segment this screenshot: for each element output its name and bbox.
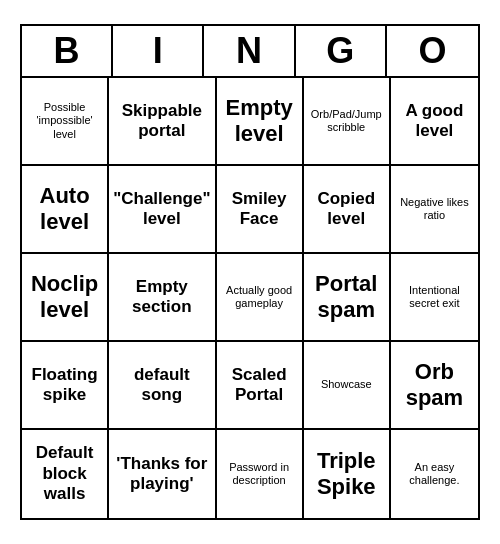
cell-label: Showcase: [321, 378, 372, 391]
bingo-cell[interactable]: Default block walls: [22, 430, 109, 518]
bingo-cell[interactable]: Portal spam: [304, 254, 391, 342]
header-letter: N: [204, 26, 295, 76]
header-letter: B: [22, 26, 113, 76]
bingo-cell[interactable]: Triple Spike: [304, 430, 391, 518]
bingo-card: BINGO Possible 'impossible' levelSkippab…: [20, 24, 480, 520]
cell-label: Intentional secret exit: [395, 284, 474, 310]
cell-label: Default block walls: [26, 443, 103, 504]
cell-label: Password in description: [221, 461, 298, 487]
bingo-cell[interactable]: A good level: [391, 78, 478, 166]
bingo-cell[interactable]: Auto level: [22, 166, 109, 254]
bingo-cell[interactable]: Showcase: [304, 342, 391, 430]
cell-label: Orb/Pad/Jump scribble: [308, 108, 385, 134]
bingo-cell[interactable]: default song: [109, 342, 216, 430]
bingo-cell[interactable]: An easy challenge.: [391, 430, 478, 518]
cell-label: Orb spam: [395, 359, 474, 412]
bingo-cell[interactable]: 'Thanks for playing': [109, 430, 216, 518]
bingo-cell[interactable]: Scaled Portal: [217, 342, 304, 430]
bingo-grid: Possible 'impossible' levelSkippable por…: [22, 78, 478, 518]
bingo-cell[interactable]: Possible 'impossible' level: [22, 78, 109, 166]
bingo-cell[interactable]: Skippable portal: [109, 78, 216, 166]
cell-label: Scaled Portal: [221, 365, 298, 406]
bingo-header: BINGO: [22, 26, 478, 78]
bingo-cell[interactable]: Password in description: [217, 430, 304, 518]
header-letter: I: [113, 26, 204, 76]
cell-label: Possible 'impossible' level: [26, 101, 103, 141]
bingo-cell[interactable]: Noclip level: [22, 254, 109, 342]
cell-label: A good level: [395, 101, 474, 142]
header-letter: O: [387, 26, 478, 76]
cell-label: "Challenge" level: [113, 189, 210, 230]
bingo-cell[interactable]: Orb/Pad/Jump scribble: [304, 78, 391, 166]
bingo-cell[interactable]: "Challenge" level: [109, 166, 216, 254]
cell-label: Smiley Face: [221, 189, 298, 230]
bingo-cell[interactable]: Orb spam: [391, 342, 478, 430]
cell-label: Floating spike: [26, 365, 103, 406]
bingo-cell[interactable]: Actually good gameplay: [217, 254, 304, 342]
bingo-cell[interactable]: Copied level: [304, 166, 391, 254]
cell-label: Auto level: [26, 183, 103, 236]
bingo-cell[interactable]: Negative likes ratio: [391, 166, 478, 254]
cell-label: default song: [113, 365, 210, 406]
bingo-cell[interactable]: Empty section: [109, 254, 216, 342]
cell-label: An easy challenge.: [395, 461, 474, 487]
cell-label: Triple Spike: [308, 448, 385, 501]
bingo-cell[interactable]: Smiley Face: [217, 166, 304, 254]
cell-label: Empty level: [221, 95, 298, 148]
cell-label: Negative likes ratio: [395, 196, 474, 222]
header-letter: G: [296, 26, 387, 76]
cell-label: Portal spam: [308, 271, 385, 324]
cell-label: Noclip level: [26, 271, 103, 324]
cell-label: Copied level: [308, 189, 385, 230]
bingo-cell[interactable]: Floating spike: [22, 342, 109, 430]
cell-label: Empty section: [113, 277, 210, 318]
cell-label: Actually good gameplay: [221, 284, 298, 310]
bingo-cell[interactable]: Intentional secret exit: [391, 254, 478, 342]
bingo-cell[interactable]: Empty level: [217, 78, 304, 166]
cell-label: Skippable portal: [113, 101, 210, 142]
cell-label: 'Thanks for playing': [113, 454, 210, 495]
